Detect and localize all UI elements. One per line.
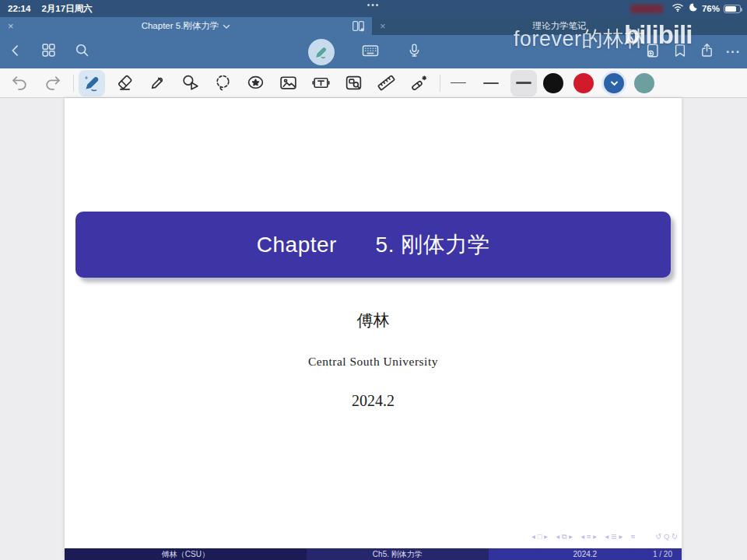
chevron-down-icon bbox=[610, 80, 619, 86]
footline-short-title: Ch5. 刚体力学 bbox=[307, 548, 489, 560]
recording-indicator-blur bbox=[630, 5, 663, 13]
back-button[interactable] bbox=[8, 43, 23, 61]
footline-page-number: 1 / 20 bbox=[653, 548, 672, 560]
slide-author: 傅林 bbox=[65, 310, 682, 331]
tab-active-document[interactable]: × Chapter 5.刚体力学 bbox=[0, 17, 372, 35]
lasso-tool[interactable] bbox=[209, 70, 236, 96]
status-bar: 22:14 2月17日周六 ••• 76% bbox=[0, 0, 747, 17]
stroke-width-thick-selected[interactable] bbox=[510, 70, 537, 96]
add-page-icon[interactable] bbox=[644, 42, 661, 62]
battery-percent: 76% bbox=[702, 4, 720, 13]
fountain-pen-tool-selected[interactable] bbox=[79, 70, 105, 96]
microphone-icon[interactable] bbox=[406, 42, 423, 62]
wifi-icon bbox=[672, 2, 684, 16]
slide-title-banner: Chapter 5. 刚体力学 bbox=[75, 212, 671, 278]
pen-icon bbox=[314, 44, 329, 60]
focus-moon-icon bbox=[688, 2, 698, 16]
bookmark-icon[interactable] bbox=[672, 43, 688, 61]
slide-title: Chapter 5. 刚体力学 bbox=[257, 230, 489, 260]
share-icon[interactable] bbox=[699, 42, 715, 61]
stroke-width-medium[interactable] bbox=[478, 70, 504, 96]
color-swatch-red[interactable] bbox=[573, 73, 594, 93]
clock: 22:14 bbox=[8, 4, 30, 13]
color-swatch-teal[interactable] bbox=[634, 73, 654, 93]
eraser-tool[interactable] bbox=[111, 70, 138, 96]
laser-pointer-tool[interactable] bbox=[405, 70, 432, 96]
page-view-icon[interactable] bbox=[351, 19, 366, 37]
tab-title[interactable]: 理论力学笔记 bbox=[372, 20, 747, 32]
pen-mode-button[interactable] bbox=[308, 39, 335, 65]
beamer-footline: 傅林（CSU） Ch5. 刚体力学 2024.2 1 / 20 bbox=[65, 548, 682, 560]
stroke-width-thin[interactable] bbox=[445, 70, 472, 96]
undo-button[interactable] bbox=[6, 70, 33, 96]
image-tool[interactable] bbox=[275, 70, 301, 96]
keyboard-icon[interactable] bbox=[361, 41, 380, 63]
thumbnails-grid-icon[interactable] bbox=[40, 42, 57, 61]
slide-page[interactable]: Chapter 5. 刚体力学 傅林 Central South Univers… bbox=[65, 98, 682, 560]
color-swatch-black[interactable] bbox=[543, 73, 563, 93]
battery-icon bbox=[724, 5, 741, 13]
tab-title[interactable]: Chapter 5.刚体力学 bbox=[142, 20, 219, 32]
slide-date: 2024.2 bbox=[65, 392, 682, 410]
navigation-toolbar: ··· bbox=[0, 35, 747, 68]
date-label: 2月17日周六 bbox=[41, 3, 92, 15]
footline-date-segment: 2024.2 1 / 20 bbox=[489, 548, 682, 560]
color-swatch-blue-selected[interactable] bbox=[604, 73, 624, 93]
more-menu-icon[interactable]: ··· bbox=[726, 45, 741, 59]
tools-bar bbox=[0, 68, 747, 98]
beamer-nav-zoom[interactable]: ↺ Q ↻ bbox=[655, 532, 678, 541]
footline-author: 傅林（CSU） bbox=[65, 548, 307, 560]
shapes-tool[interactable] bbox=[177, 70, 203, 96]
beamer-navigation-symbols[interactable]: ◂ □ ▸ ◂ ⧉ ▸ ◂ ≡ ▸ ◂ ≣ ▸ ≡ ↺ Q ↻ bbox=[531, 532, 678, 541]
highlighter-tool[interactable] bbox=[144, 70, 170, 96]
divider bbox=[440, 75, 440, 92]
slide-institute: Central South University bbox=[65, 355, 682, 369]
tab-bar: × Chapter 5.刚体力学 × 理论力学笔记 bbox=[0, 17, 747, 35]
ruler-tool[interactable] bbox=[373, 70, 399, 96]
chevron-down-icon bbox=[223, 23, 230, 30]
text-tool[interactable] bbox=[307, 70, 334, 96]
multitask-indicator: ••• bbox=[367, 1, 381, 9]
search-icon[interactable] bbox=[74, 42, 90, 61]
document-canvas[interactable]: Chapter 5. 刚体力学 傅林 Central South Univers… bbox=[0, 98, 747, 560]
divider bbox=[73, 75, 74, 92]
beamer-nav-arrows[interactable]: ◂ □ ▸ ◂ ⧉ ▸ ◂ ≡ ▸ ◂ ≣ ▸ ≡ bbox=[531, 532, 635, 541]
elements-search-tool[interactable] bbox=[340, 70, 366, 96]
sticker-tool[interactable] bbox=[242, 70, 268, 96]
redo-button[interactable] bbox=[39, 70, 65, 96]
footline-date: 2024.2 bbox=[573, 550, 598, 558]
tab-inactive-notebook[interactable]: × 理论力学笔记 bbox=[372, 17, 747, 35]
